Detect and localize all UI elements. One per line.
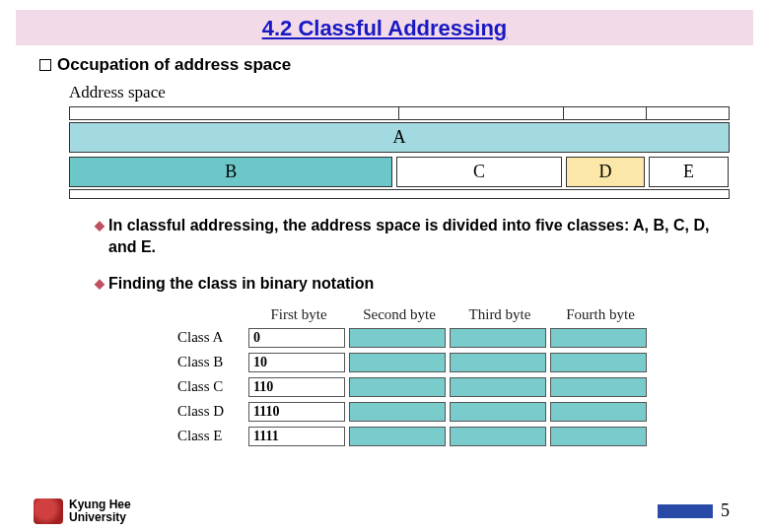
university-name: Kyung Hee University [69,499,131,524]
byte-cell [349,328,446,348]
class-e-bar: E [649,157,728,187]
table-row: Class C 110 [177,377,739,397]
col-header: Fourth byte [550,306,651,323]
byte-cell [550,353,647,372]
byte-cell [450,402,546,422]
bullet-icon: ◆ [95,275,105,295]
table-row: Class A 0 [177,328,739,348]
bullet-2: ◆ Finding the class in binary notation [95,273,739,295]
section-heading: Occupation of address space [39,55,739,75]
slide-footer: Kyung Hee University 5 [0,499,769,524]
prefix-cell: 0 [248,328,345,348]
byte-cell [550,377,647,397]
table-row: Class D 1110 [177,402,739,422]
university-logo-icon [34,499,63,524]
table-row: Class E 1111 [177,427,739,446]
byte-cell [450,328,546,348]
prefix-cell: 1111 [248,427,345,446]
bullet-1: ◆ In classful addressing, the address sp… [95,215,739,257]
byte-cell [349,353,446,372]
prefix-cell: 1110 [248,402,345,422]
section-text: Occupation of address space [57,55,291,75]
col-header: First byte [248,306,349,323]
byte-cell [550,427,647,446]
bullet-1-text: In classful addressing, the address spac… [108,215,739,257]
bullet-2-text: Finding the class in binary notation [108,273,374,295]
binary-class-table: First byte Second byte Third byte Fourth… [177,306,739,446]
class-a-bar: A [69,122,730,153]
byte-cell [450,427,546,446]
class-b-bar: B [69,157,392,187]
col-header: Third byte [450,306,550,323]
byte-cell [349,427,446,446]
address-space-label: Address space [69,83,739,102]
byte-cell [349,402,446,422]
page-number: 5 [721,500,730,521]
row-label: Class C [177,378,248,395]
table-row: Class B 10 [177,353,739,372]
byte-cell [349,377,446,397]
row-label: Class B [177,354,248,370]
bullet-icon: ◆ [95,217,105,257]
class-c-bar: C [396,157,562,187]
class-d-bar: D [566,157,645,187]
byte-cell [550,328,647,348]
row-label: Class D [177,403,248,420]
address-space-diagram: A B C D E [69,106,730,199]
prefix-cell: 10 [248,353,345,372]
row-label: Class A [177,329,248,346]
row-label: Class E [177,428,248,444]
checkbox-icon [39,59,51,71]
page-bar-icon [658,504,713,518]
prefix-cell: 110 [248,377,345,397]
byte-cell [550,402,647,422]
slide-title: 4.2 Classful Addressing [16,10,753,45]
byte-cell [450,377,546,397]
byte-cell [450,353,546,372]
col-header: Second byte [349,306,450,323]
